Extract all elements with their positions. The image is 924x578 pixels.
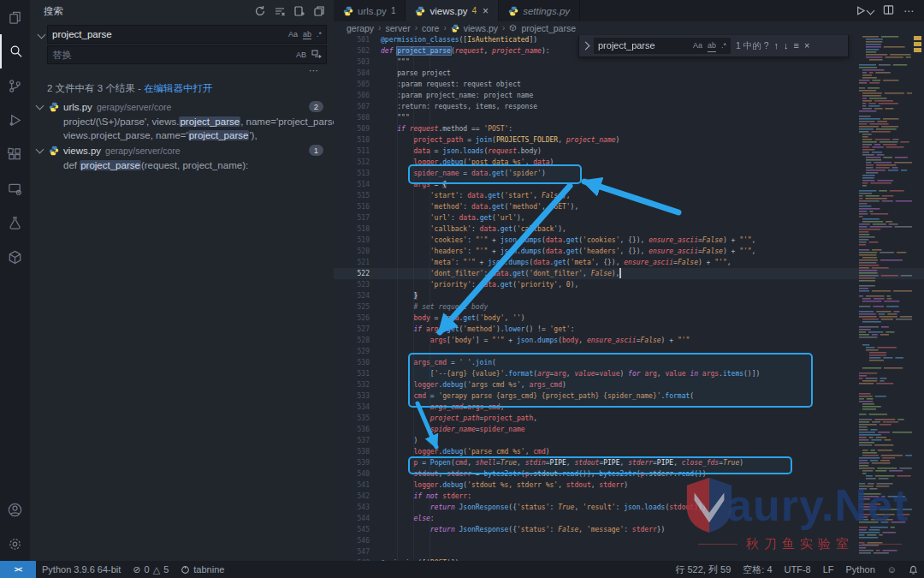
code-line: 530 args_cmd = ' '.join( bbox=[334, 357, 924, 368]
eol-status[interactable]: LF bbox=[817, 561, 840, 578]
breadcrumb-item[interactable]: server bbox=[385, 23, 410, 33]
search-file-row[interactable]: views.pygerapy/server/core1 bbox=[30, 142, 334, 158]
find-in-selection-icon[interactable]: ≡ bbox=[794, 40, 799, 51]
code-line: 513 spider_name = data.get('spider') bbox=[334, 168, 924, 179]
tab-settings-py[interactable]: settings.py bbox=[499, 0, 580, 21]
tabnine-status[interactable]: tabnine bbox=[175, 561, 230, 578]
toggle-replace-chevron-icon[interactable] bbox=[582, 42, 590, 51]
code-editor[interactable]: 501@permission_classes([IsAuthenticated]… bbox=[334, 34, 924, 561]
breadcrumb-item[interactable]: views.py bbox=[464, 23, 498, 33]
replace-all-icon[interactable] bbox=[311, 50, 322, 60]
split-editor-icon[interactable] bbox=[883, 4, 894, 18]
search-icon[interactable] bbox=[0, 34, 30, 69]
language-mode-status[interactable]: Python bbox=[840, 561, 881, 578]
open-in-editor-link[interactable]: 在编辑器中打开 bbox=[144, 83, 213, 93]
files-icon[interactable] bbox=[0, 0, 30, 34]
search-match-row[interactable]: views.project_parse, name='project_parse… bbox=[30, 128, 334, 142]
code-line: 543 return JsonResponse({'status': True,… bbox=[334, 502, 924, 513]
search-input[interactable]: project_parse Aa ab .* bbox=[47, 25, 327, 44]
code-line: 525 # set request body bbox=[334, 301, 924, 313]
package-icon[interactable] bbox=[0, 240, 30, 274]
next-match-icon[interactable]: ↓ bbox=[784, 40, 789, 51]
code-line: 538 logger.debug('parse cmd %s', cmd) bbox=[334, 446, 924, 457]
match-case-icon[interactable]: Aa bbox=[693, 40, 702, 51]
replace-input[interactable]: 替换 AB bbox=[47, 45, 327, 64]
breadcrumb-item[interactable]: project_parse bbox=[521, 23, 576, 33]
close-icon[interactable]: × bbox=[804, 40, 809, 51]
replace-placeholder: 替换 bbox=[52, 49, 291, 62]
code-line: 540 stdout, stderr = bytes2str(p.stdout.… bbox=[334, 468, 924, 480]
code-line: 539 p = Popen(cmd, shell=True, stdin=PIP… bbox=[334, 457, 924, 468]
settings-gear-icon[interactable] bbox=[0, 527, 30, 561]
test-beaker-icon[interactable] bbox=[0, 206, 30, 240]
encoding-status[interactable]: UTF-8 bbox=[779, 561, 817, 578]
regex-icon[interactable]: .* bbox=[317, 30, 322, 39]
toggle-replace-chevron-icon[interactable] bbox=[35, 32, 47, 38]
code-line: 535 project_path=project_path, bbox=[334, 413, 924, 424]
search-file-row[interactable]: urls.pygerapy/server/core2 bbox=[30, 98, 334, 115]
preserve-case-icon[interactable]: AB bbox=[296, 51, 306, 59]
run-debug-icon[interactable] bbox=[0, 103, 30, 137]
bell-icon[interactable] bbox=[903, 561, 924, 578]
more-actions-icon[interactable]: ⋯ bbox=[903, 5, 914, 17]
open-new-search-editor-icon[interactable] bbox=[293, 5, 305, 19]
code-line: 533 cmd = 'gerapy parse {args_cmd} {proj… bbox=[334, 390, 924, 402]
chevron-down-icon bbox=[36, 146, 44, 154]
code-line: 522 'dont_filter': data.get('dont_filter… bbox=[334, 268, 924, 279]
code-line: 509 if request.method == 'POST': bbox=[334, 123, 924, 134]
tabnine-icon bbox=[181, 565, 190, 575]
python-file-icon bbox=[415, 6, 425, 16]
file-path: gerapy/server/core bbox=[105, 146, 181, 156]
code-line: 537 ) bbox=[334, 435, 924, 446]
account-icon[interactable] bbox=[0, 492, 30, 527]
clear-search-results-icon[interactable] bbox=[274, 5, 286, 19]
overview-ruler-match-marker bbox=[914, 48, 921, 52]
code-line: 547 bbox=[334, 546, 924, 557]
code-line: 542 if not stderr: bbox=[334, 491, 924, 502]
python-file-icon bbox=[49, 102, 59, 112]
breadcrumb-item[interactable]: core bbox=[422, 23, 439, 33]
whole-word-icon[interactable]: ab bbox=[708, 40, 716, 52]
python-file-icon bbox=[343, 6, 353, 16]
python-interpreter-status[interactable]: Python 3.9.6 64-bit bbox=[36, 561, 127, 578]
match-case-icon[interactable]: Aa bbox=[288, 30, 298, 39]
prev-match-icon[interactable]: ↑ bbox=[774, 40, 779, 51]
view-as-tree-icon[interactable] bbox=[313, 5, 325, 19]
breadcrumb-item[interactable]: gerapy bbox=[346, 23, 374, 33]
code-line: 511 data = json.loads(request.body) bbox=[334, 146, 924, 157]
search-panel-title: 搜索 bbox=[44, 5, 63, 18]
feedback-icon[interactable]: ☺ bbox=[881, 561, 903, 578]
tab-urls-py[interactable]: urls.py 1 bbox=[334, 0, 406, 21]
search-results-tree: urls.pygerapy/server/core2project/(\S+)/… bbox=[30, 98, 334, 172]
remote-indicator[interactable]: >< bbox=[0, 561, 36, 578]
overview-ruler-match-marker bbox=[914, 42, 921, 46]
tab-label: settings.py bbox=[523, 6, 570, 16]
problems-status[interactable]: ⊘0 △5 bbox=[127, 561, 175, 578]
code-line: 515 'start': data.get('start', False), bbox=[334, 190, 924, 201]
tab-label: views.py bbox=[429, 6, 467, 16]
source-control-icon[interactable] bbox=[0, 69, 30, 103]
minimap[interactable] bbox=[857, 34, 912, 558]
run-python-file-icon[interactable] bbox=[855, 5, 874, 16]
tab-views-py[interactable]: views.py 4 × bbox=[406, 0, 499, 21]
code-line: 541 logger.debug('stdout %s, stderr %s',… bbox=[334, 480, 924, 491]
find-input[interactable]: project_parse Aa ab .* bbox=[594, 38, 731, 54]
cursor-position-status[interactable]: 行 522, 列 59 bbox=[669, 561, 737, 578]
whole-word-icon[interactable]: ab bbox=[303, 30, 311, 39]
indentation-status[interactable]: 空格: 4 bbox=[737, 561, 778, 578]
regex-icon[interactable]: .* bbox=[721, 40, 726, 51]
search-match-row[interactable]: def project_parse(request, project_name)… bbox=[30, 158, 334, 172]
code-line: 531 ['--{arg} {value}'.format(arg=arg, v… bbox=[334, 368, 924, 379]
python-file-icon bbox=[508, 6, 518, 16]
extensions-icon[interactable] bbox=[0, 137, 30, 171]
tab-problem-badge: 4 bbox=[472, 6, 477, 15]
code-line: 510 project_path = join(PROJECTS_FOLDER,… bbox=[334, 134, 924, 146]
code-line: 521 'meta': "'" + json.dumps(data.get('m… bbox=[334, 257, 924, 268]
symbol-cube-icon bbox=[509, 23, 517, 33]
search-match-row[interactable]: project/(\S+)/parse', views.project_pars… bbox=[30, 115, 334, 128]
remote-explorer-icon[interactable] bbox=[0, 171, 30, 206]
breadcrumb: gerapy› server› core› views.py› project_… bbox=[334, 21, 924, 34]
refresh-icon[interactable] bbox=[254, 5, 266, 19]
close-tab-icon[interactable]: × bbox=[483, 5, 489, 17]
more-search-options-icon[interactable]: ⋯ bbox=[309, 66, 318, 76]
